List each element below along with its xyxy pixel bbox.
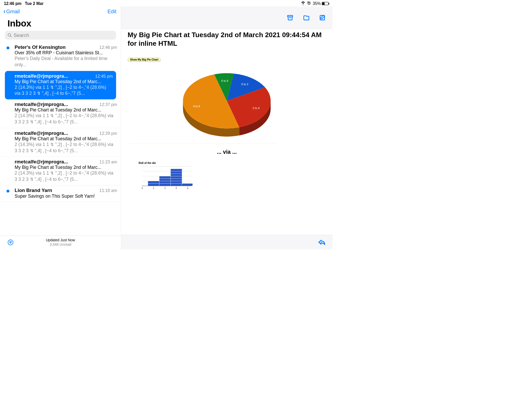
chevron-left-icon: ‹ (3, 9, 5, 13)
edit-button[interactable]: Edit (108, 9, 116, 15)
svg-text:2: 2 (153, 187, 154, 189)
svg-rect-20 (148, 181, 159, 183)
message-subject: My Big Pie Chart at Tuesday 2nd of Marc.… (15, 108, 117, 113)
svg-rect-22 (159, 181, 171, 183)
message-time: 12:45 pm (95, 74, 113, 78)
message-subject: Super Savings on This Super Soft Yarn! (15, 194, 117, 199)
svg-text:6 to 8: 6 to 8 (221, 79, 228, 82)
message-item[interactable]: rmetcalfe@rjmprogra...11:23 amMy Big Pie… (0, 157, 121, 185)
svg-rect-31 (171, 169, 182, 171)
histogram-chart: Roll of the die 02468 (137, 162, 326, 190)
page-title: Inbox (0, 16, 121, 31)
svg-rect-19 (148, 183, 159, 186)
wifi-icon (301, 1, 305, 6)
footer-unread: 3,948 Unread (0, 243, 121, 247)
battery-indicator: 35% (313, 1, 329, 6)
message-sender: rmetcalfe@rjmprogra... (15, 102, 68, 107)
message-item[interactable]: rmetcalfe@rjmprogra...12:29 pmMy Big Pie… (0, 128, 121, 157)
message-preview: 2 (14.3%) via 1 1 ↯ ",2] , [~2 to 4~,"4 … (15, 84, 113, 96)
footer-status: Updated Just Now (0, 238, 121, 242)
content-pane: My Big Pie Chart at Tuesday 2nd of March… (121, 6, 332, 249)
mail-title: My Big Pie Chart at Tuesday 2nd of March… (128, 31, 326, 48)
message-list: Peter's Of Kensington12:46 pmOver 35% of… (0, 42, 121, 236)
message-item[interactable]: Peter's Of Kensington12:46 pmOver 35% of… (0, 42, 121, 71)
message-sender: Peter's Of Kensington (15, 44, 65, 50)
svg-rect-26 (171, 181, 182, 183)
message-time: 12:46 pm (99, 45, 117, 50)
svg-text:2 to 4: 2 to 4 (252, 107, 260, 110)
via-title: ... via ... (128, 149, 326, 155)
svg-rect-24 (159, 176, 171, 178)
svg-rect-7 (288, 15, 293, 17)
svg-text:0: 0 (142, 187, 143, 189)
message-sender: rmetcalfe@rjmprogra... (15, 159, 68, 164)
unread-dot-icon (6, 46, 9, 49)
reply-icon[interactable] (318, 238, 325, 246)
message-sender: rmetcalfe@rjmprogra... (15, 73, 68, 79)
reply-bar (121, 235, 332, 249)
compose-icon[interactable] (319, 14, 326, 21)
message-subject: My Big Pie Chart at Tuesday 2nd of Marc.… (15, 136, 117, 141)
search-icon (8, 33, 12, 38)
svg-rect-27 (171, 179, 182, 181)
battery-percent: 35% (313, 1, 321, 6)
message-sender: Lion Brand Yarn (15, 188, 52, 193)
svg-rect-32 (182, 183, 193, 186)
content-toolbar (121, 6, 332, 29)
message-subject: My Big Pie Chart at Tuesday 2nd of Marc.… (15, 165, 117, 170)
histogram-title: Roll of the die (139, 162, 326, 164)
show-pie-button[interactable]: Show My Big Pie Chart (128, 58, 161, 62)
status-date: Tue 2 Mar (25, 1, 44, 6)
search-input[interactable]: Search (5, 31, 116, 40)
svg-text:0 to 2: 0 to 2 (241, 83, 248, 86)
unread-dot-icon (6, 190, 9, 192)
svg-rect-21 (159, 183, 171, 186)
status-time: 12:46 pm (4, 1, 22, 6)
svg-line-2 (10, 36, 11, 37)
back-button[interactable]: ‹ Gmail (3, 9, 20, 15)
mail-body: My Big Pie Chart at Tuesday 2nd of March… (121, 29, 332, 235)
svg-text:4 to 6: 4 to 6 (193, 105, 200, 108)
sidebar-footer: Updated Just Now 3,948 Unread (0, 236, 121, 249)
pie-chart: 0 to 22 to 44 to 66 to 8 (176, 68, 277, 140)
back-label: Gmail (6, 9, 20, 15)
svg-text:8: 8 (187, 187, 188, 189)
archive-icon[interactable] (287, 14, 294, 21)
search-placeholder: Search (14, 32, 29, 38)
svg-rect-30 (171, 171, 182, 174)
message-preview: 2 (14.3%) via 1 1 ↯ ",2] , [~2 to 4~,"4 … (15, 170, 117, 182)
message-sender: rmetcalfe@rjmprogra... (15, 130, 68, 136)
message-item[interactable]: rmetcalfe@rjmprogra...12:37 pmMy Big Pie… (0, 99, 121, 128)
message-time: 11:10 am (99, 188, 117, 193)
message-time: 12:29 pm (99, 131, 117, 136)
message-item[interactable]: rmetcalfe@rjmprogra...12:45 pmMy Big Pie… (5, 71, 116, 99)
filter-icon[interactable] (8, 239, 14, 245)
message-preview: 2 (14.3%) via 1 1 ↯ ",2] , [~2 to 4~,"4 … (15, 141, 117, 154)
mailbox-sidebar: ‹ Gmail Edit Inbox Search Peter's Of Ken… (0, 6, 121, 249)
message-preview: Peter's Daily Deal - Available for a lim… (15, 56, 117, 68)
message-time: 11:23 am (99, 159, 117, 164)
svg-rect-29 (171, 174, 182, 176)
status-bar: 12:46 pm Tue 2 Mar 35% (0, 0, 332, 6)
svg-rect-23 (159, 179, 171, 181)
message-item[interactable]: Lion Brand Yarn11:10 amSuper Savings on … (0, 185, 121, 202)
svg-text:4: 4 (164, 187, 166, 189)
svg-text:6: 6 (176, 187, 177, 189)
message-subject: My Big Pie Chart at Tuesday 2nd of Marc.… (15, 79, 113, 84)
divider (130, 144, 276, 144)
message-subject: Over 35% off RRP - Cuisinart Stainless S… (15, 50, 117, 56)
svg-rect-28 (171, 176, 182, 178)
svg-rect-25 (171, 183, 182, 186)
message-preview: 2 (14.3%) via 1 1 ↯ ",2] , [~2 to 4~,"4 … (15, 113, 117, 125)
message-time: 12:37 pm (99, 102, 117, 107)
status-time-date: 12:46 pm Tue 2 Mar (4, 1, 44, 6)
orientation-lock-icon (307, 1, 311, 6)
folder-icon[interactable] (303, 14, 310, 21)
